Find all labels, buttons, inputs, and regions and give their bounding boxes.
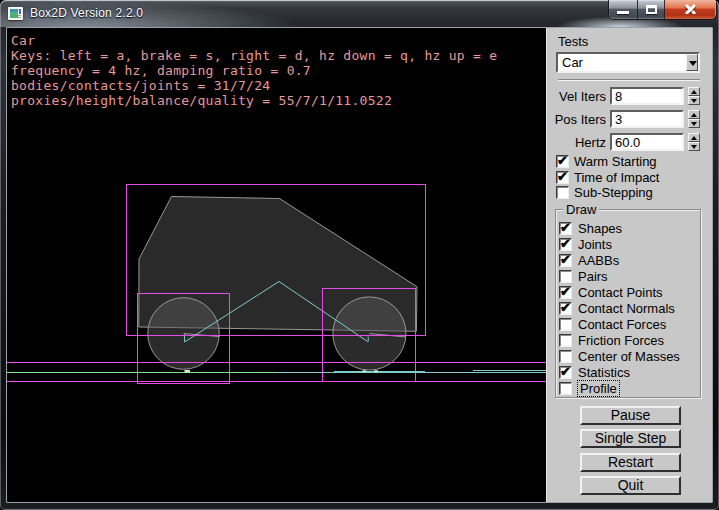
arrow-up-icon [691,90,697,94]
checkmark-icon: ✔ [560,284,571,299]
draw-shapes-checkbox[interactable]: ✔ [559,222,572,235]
spinner-buttons [688,87,700,105]
spinner-up-button[interactable] [688,87,700,96]
app-icon[interactable] [8,7,23,20]
maximize-icon [646,5,657,14]
draw-contact-forces-checkbox[interactable] [559,318,572,331]
checkmark-icon: ✔ [560,236,571,251]
spinner-input[interactable]: 8 [610,87,684,105]
single-step-button[interactable]: Single Step [580,429,681,448]
quit-button[interactable]: Quit [580,476,681,495]
sub-stepping-checkbox[interactable] [556,186,569,199]
spinner-buttons [688,133,700,151]
close-icon: x [685,4,696,14]
arrow-up-icon [691,113,697,117]
simulation-info-text: CarKeys: left = a, brake = s, right = d,… [11,33,497,108]
info-line: Car [11,33,497,48]
draw-center-of-masses-checkbox[interactable] [559,350,572,363]
minimize-icon [617,11,629,14]
checkmark-icon: ✔ [560,220,571,235]
checkmark-icon: ✔ [557,153,568,168]
spinner-up-button[interactable] [688,110,700,119]
spinner-input[interactable]: 3 [610,110,684,128]
spinner-down-button[interactable] [688,96,700,105]
draw-contact-points-checkbox[interactable]: ✔ [559,286,572,299]
spinner-row-hertz: Hertz 60.0 [547,133,713,151]
draw-statistics-checkbox[interactable]: ✔ [559,366,572,379]
checkbox-label: Joints [578,237,612,252]
spinner-down-button[interactable] [688,119,700,128]
spinner-buttons [688,110,700,128]
simulation-canvas[interactable]: CarKeys: left = a, brake = s, right = d,… [7,28,546,502]
spinner-down-button[interactable] [688,142,700,151]
tests-dropdown-value: Car [562,55,583,70]
draw-aabbs-checkbox[interactable]: ✔ [559,254,572,267]
spinner-label: Hertz [547,135,606,150]
info-line: bodies/contacts/joints = 31/7/24 [11,78,497,93]
spinner-input[interactable]: 60.0 [610,133,684,151]
arrow-up-icon [691,136,697,140]
draw-group-title: Draw [563,202,599,217]
app-window: Box2D Version 2.2.0 x CarKeys: left = a,… [0,0,719,510]
arrow-down-icon [691,145,697,149]
title-bar[interactable]: Box2D Version 2.2.0 x [0,0,719,27]
tests-label: Tests [558,34,588,49]
restart-button[interactable]: Restart [580,453,681,472]
tests-dropdown[interactable]: Car [556,52,700,73]
contact-point-2 [363,370,367,372]
checkmark-icon: ✔ [557,169,568,184]
minimize-button[interactable] [609,0,637,19]
warm-starting-checkbox[interactable]: ✔ [556,155,569,168]
contact-point-1 [185,370,191,373]
spinner-row-pos-iters: Pos Iters 3 [547,110,713,128]
window-title: Box2D Version 2.2.0 [30,6,143,20]
pause-button[interactable]: Pause [580,406,681,425]
checkmark-icon: ✔ [560,300,571,315]
spinner-value: 8 [615,89,622,104]
draw-pairs-checkbox[interactable] [559,270,572,283]
maximize-button[interactable] [637,0,664,19]
checkbox-label: Shapes [578,221,622,236]
checkbox-label: Statistics [578,365,630,380]
spinner-value: 3 [615,112,622,127]
checkbox-label: AABBs [578,253,619,268]
checkbox-label: Sub-Stepping [574,185,653,200]
caption-button-group: x [609,0,716,19]
control-panel: Tests Car Vel Iters 8 Pos Iters 3 Hertz [546,28,712,502]
info-line: frequency = 4 hz, damping ratio = 0.7 [11,63,497,78]
checkmark-icon: ✔ [560,364,571,379]
time-of-impact-checkbox[interactable]: ✔ [556,171,569,184]
checkbox-label: Contact Forces [578,317,666,332]
arrow-down-icon [691,99,697,103]
draw-contact-normals-checkbox[interactable]: ✔ [559,302,572,315]
checkbox-label: Contact Points [578,285,663,300]
checkbox-label: Friction Forces [578,333,664,348]
spinner-label: Vel Iters [547,89,606,104]
spinner-up-button[interactable] [688,133,700,142]
draw-profile-checkbox[interactable] [559,382,572,395]
ground-joint-band [334,371,425,373]
draw-friction-forces-checkbox[interactable] [559,334,572,347]
close-button[interactable]: x [664,0,715,19]
checkbox-label: Contact Normals [578,301,675,316]
arrow-down-icon [691,122,697,126]
info-line: proxies/height/balance/quality = 55/7/1/… [11,93,497,108]
checkbox-label: Time of Impact [574,170,659,185]
contact-point-3 [374,370,378,372]
checkbox-label: Pairs [578,269,608,284]
checkmark-icon: ✔ [560,252,571,267]
chevron-down-icon [689,61,697,66]
checkbox-label: Profile [578,381,619,396]
tests-dropdown-button[interactable] [686,54,698,71]
info-line: Keys: left = a, brake = s, right = d, hz… [11,48,497,63]
spinner-row-vel-iters: Vel Iters 8 [547,87,713,105]
spinner-value: 60.0 [615,135,640,150]
checkbox-label: Warm Starting [574,154,657,169]
checkbox-label: Center of Masses [578,349,680,364]
spinner-label: Pos Iters [547,112,606,127]
separator [558,79,700,81]
draw-joints-checkbox[interactable]: ✔ [559,238,572,251]
